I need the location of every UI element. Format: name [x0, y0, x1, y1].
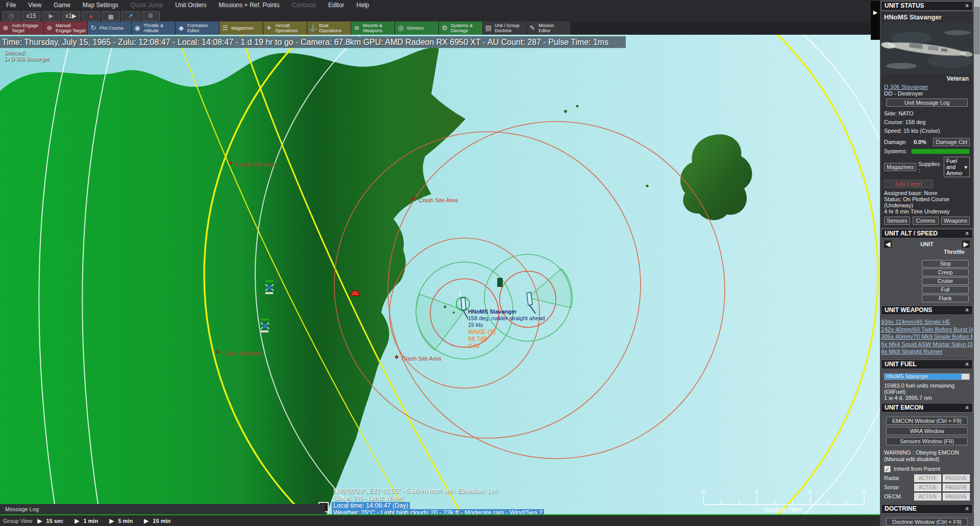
sidebar-collapse-handle[interactable]: ▶	[871, 1, 880, 40]
comms-button[interactable]: Comms	[913, 217, 939, 225]
capture-button[interactable]: ▅	[102, 11, 120, 21]
throttle-full-button[interactable]: Full	[922, 286, 969, 294]
settings-button[interactable]: ⚙	[141, 11, 160, 21]
emcon-window-button[interactable]: EMCON Window (Ctrl + F9)	[886, 417, 968, 425]
menu-game[interactable]: Game	[47, 0, 77, 10]
svg-text:Crash Site Area: Crash Site Area	[223, 350, 262, 356]
menu-file[interactable]: File	[0, 0, 22, 10]
surface-contact-icon[interactable]	[498, 278, 502, 286]
prev-unit-arrow[interactable]: ◀	[884, 241, 892, 248]
throttle-cruise-button[interactable]: Cruise	[922, 277, 969, 285]
group-view-toggle[interactable]: Group View	[0, 518, 37, 524]
sensors-button[interactable]: Sensors	[884, 217, 910, 225]
record-icon: ●	[89, 12, 93, 20]
menu-map-settings[interactable]: Map Settings	[77, 0, 125, 10]
edit-cargo-button[interactable]: Edit Cargo	[884, 180, 933, 188]
islet	[564, 110, 567, 113]
inherit-from-parent-checkbox[interactable]: ✓ Inherit from Parent	[884, 466, 970, 472]
auto-engage-target-button[interactable]: ⊕Auto EngageTarget	[0, 21, 43, 35]
next-unit-arrow[interactable]: ▶	[962, 241, 970, 248]
menu-unit-orders[interactable]: Unit Orders	[169, 0, 212, 10]
sim-clock-button[interactable]: ◷	[2, 11, 20, 21]
weapons-button[interactable]: Weapons	[941, 217, 970, 225]
sensors-button[interactable]: ◎Sensors	[395, 21, 438, 35]
step-sim-button[interactable]: x1▶	[62, 11, 80, 21]
cursor-terrain: Slope: 7% - Land: Water	[332, 495, 404, 502]
menu-editor[interactable]: Editor	[322, 0, 350, 10]
play-icon: ▶	[144, 517, 149, 524]
time-step-5min[interactable]: ▶5 min	[109, 517, 133, 524]
time-step-15min[interactable]: ▶15 min	[144, 517, 170, 524]
manual-engage-target-button[interactable]: ⊕ManualEngage Target	[44, 21, 87, 35]
record-button[interactable]: ●	[82, 11, 100, 21]
time-step-1min[interactable]: ▶1 min	[75, 517, 98, 524]
damage-label: Damage:	[884, 139, 907, 145]
aircraft-operations-button[interactable]: ✈AircraftOperations	[263, 21, 307, 35]
mission-editor-button[interactable]: ✎MissionEditor	[527, 21, 570, 35]
magazines-button[interactable]: ☰Magazines	[219, 21, 263, 35]
crash-site-marker[interactable]: Crash Site Area	[395, 355, 442, 362]
assigned-base: Assigned base: None	[884, 190, 970, 196]
sensors-window-button[interactable]: Sensors Window (F9)	[886, 437, 968, 445]
collapse-icon: «	[964, 507, 971, 510]
jump-button[interactable]: ↗	[121, 11, 140, 21]
time-step-15sec[interactable]: ▶15 sec	[37, 517, 63, 524]
unit-database-link[interactable]: D 306 Stavanger	[884, 84, 928, 90]
expand-arrow-icon: ▶	[873, 9, 877, 15]
wra-window-button[interactable]: WRA Window	[886, 427, 968, 435]
sonar-active-button[interactable]: ACTIVE	[914, 484, 941, 491]
oecm-active-button[interactable]: ACTIVE	[914, 493, 941, 500]
islet	[646, 184, 648, 187]
throttle-flank-button[interactable]: Flank	[922, 295, 969, 302]
cursor-coordinates: N80°00'26", E27°01'55" - 5.66nm from sel…	[332, 488, 499, 495]
sidebar-scrollbar[interactable]	[974, 0, 980, 526]
message-log-bar[interactable]: Message Log	[0, 504, 325, 514]
scrollbar-thumb[interactable]	[974, 7, 979, 54]
unit-emcon-header[interactable]: UNIT EMCON«	[881, 403, 973, 413]
unit-message-log-button[interactable]: Unit Message Log	[886, 99, 968, 107]
menu-bar: File View Game Map Settings Quick Jump U…	[0, 0, 880, 10]
damage-ctrl-button[interactable]: Damage Ctrl	[933, 138, 970, 146]
formation-editor-button[interactable]: ◆FormationEditor	[176, 21, 219, 35]
mounts-weapons-button[interactable]: ≋Mounts &Weapons	[351, 21, 395, 35]
run-sim-button[interactable]: ▶	[42, 11, 60, 21]
menu-help[interactable]: Help	[350, 0, 375, 10]
time-compression-value[interactable]: x15	[22, 11, 40, 21]
menu-view[interactable]: View	[22, 0, 47, 10]
throttle-stop-button[interactable]: Stop	[922, 260, 969, 268]
radar-active-button[interactable]: ACTIVE	[914, 474, 941, 482]
weapon-link[interactable]: 6x Mk4 Squid ASW Mortar Salvo [3 rnds]	[881, 341, 973, 348]
unit-status-header[interactable]: UNIT STATUS«	[881, 1, 973, 11]
crash-site-marker[interactable]: Crash Site Area	[229, 161, 276, 168]
crash-site-marker[interactable]: Crash Site Area	[216, 350, 262, 356]
weapon-link[interactable]: 305x 40mm/70 Mk9 Single Bofors Burst [4 …	[881, 333, 973, 341]
unit-speed: Speed: 15 kts (Cruise)	[884, 126, 970, 135]
gear-icon: ⚙	[148, 12, 154, 19]
crash-site-marker[interactable]: Crash Site Area	[412, 197, 458, 203]
weapon-link[interactable]: 242x 40mm/60 Twin Bofors Burst [4 rnds]	[881, 326, 973, 333]
map-canvas[interactable]: Crash Site Area Crash Site Area Crash Si…	[0, 35, 880, 515]
supplies-select[interactable]: Fuel and Ammo▾	[944, 157, 970, 177]
plot-course-button[interactable]: ↻Plot Course	[88, 21, 131, 35]
boat-operations-button[interactable]: ⚓BoatOperations	[307, 21, 351, 35]
weapon-link[interactable]: 934x 114mm/45 Single HE	[881, 318, 973, 326]
menu-missions-ref-points[interactable]: Missions + Ref. Points	[213, 0, 286, 10]
doctrine-header[interactable]: DOCTRINE«	[881, 504, 973, 514]
oecm-passive-button[interactable]: PASSIVE	[943, 493, 970, 500]
systems-damage-button[interactable]: ⚙Systems &Damage	[439, 21, 482, 35]
unit-weapons-header[interactable]: UNIT WEAPONS«	[881, 305, 973, 315]
sonar-passive-button[interactable]: PASSIVE	[943, 484, 970, 491]
unit-fuel-header[interactable]: UNIT FUEL«	[881, 360, 973, 369]
weapon-link[interactable]: 4x Mk9 Straight Runner	[881, 348, 973, 355]
unit-alt-speed-header[interactable]: UNIT ALT / SPEED«	[881, 229, 973, 238]
doctrine-window-button[interactable]: Doctrine Window (Ctrl + F9)	[886, 518, 968, 526]
capture-icon: ▅	[108, 12, 113, 19]
throttle-altitude-button[interactable]: ◉Throttle &Altitude	[132, 21, 175, 35]
throttle-creep-button[interactable]: Creep	[922, 269, 969, 276]
radar-passive-button[interactable]: PASSIVE	[943, 474, 970, 482]
magazines-button[interactable]: Magazines	[884, 163, 916, 171]
throttle-label: Throttle	[884, 248, 970, 259]
unit-group-doctrine-button[interactable]: ▤Unit / GroupDoctrine	[483, 21, 526, 35]
gauge-icon: ◉	[133, 26, 141, 31]
checkbox-icon: ✓	[884, 466, 891, 472]
